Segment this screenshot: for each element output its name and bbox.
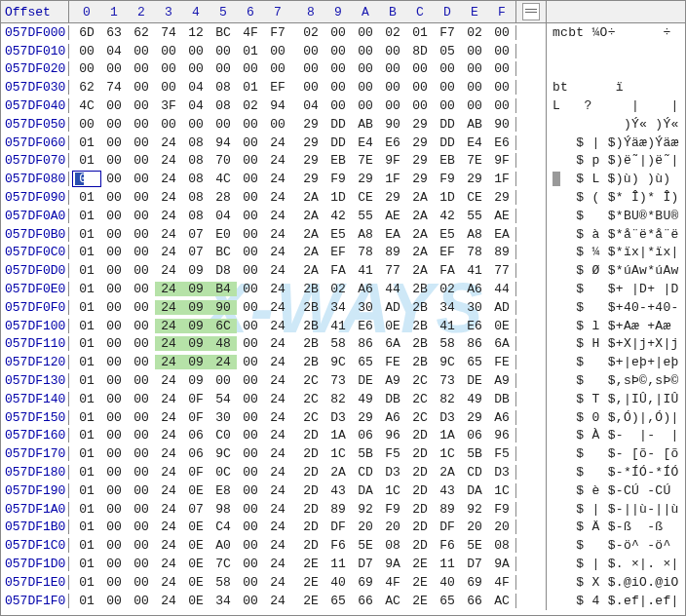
hex-byte[interactable]: 00 xyxy=(100,557,128,571)
hex-byte[interactable]: 41 xyxy=(324,319,352,333)
hex-byte[interactable]: F9 xyxy=(324,172,352,186)
hex-byte[interactable]: AC xyxy=(379,594,406,608)
hex-byte[interactable]: 00 xyxy=(237,319,264,333)
hex-byte[interactable]: 66 xyxy=(461,594,488,608)
hex-byte[interactable]: 41 xyxy=(352,263,379,278)
hex-cells[interactable]: 010000240870002429EB7E9F29EB7E9F xyxy=(69,153,516,168)
hex-byte[interactable]: 2A xyxy=(297,245,324,259)
hex-byte[interactable]: 00 xyxy=(237,153,264,168)
hex-cells[interactable]: 0100002409B400242B02A6442B02A644 xyxy=(69,282,516,296)
hex-byte[interactable]: 00 xyxy=(237,282,264,296)
hex-byte[interactable]: F9 xyxy=(379,502,406,517)
hex-byte[interactable]: 69 xyxy=(461,575,488,590)
hex-byte[interactable]: 24 xyxy=(264,465,291,480)
header-col-2[interactable]: 2 xyxy=(128,5,155,19)
hex-row[interactable]: 057DF0B00100002407E000242AE5A8EA2AE5A8EA… xyxy=(1,225,685,244)
hex-byte[interactable]: 00 xyxy=(100,336,128,351)
ascii-cell[interactable]: $ 4 $.ef|.ef| xyxy=(547,594,679,608)
hex-byte[interactable]: 86 xyxy=(461,336,488,351)
hex-cells[interactable]: 010000240E7C00242E11D79A2E11D79A xyxy=(69,557,516,571)
hex-byte[interactable]: 66 xyxy=(352,594,379,608)
hex-cells[interactable]: 0004000000000100000000008D050000 xyxy=(69,44,516,58)
hex-byte[interactable]: 74 xyxy=(100,80,128,95)
hex-byte[interactable]: 00 xyxy=(406,98,434,113)
hex-byte[interactable]: 00 xyxy=(237,538,264,553)
ascii-cell[interactable]: $ è $-CÚ -CÚ xyxy=(547,483,671,498)
hex-byte[interactable]: 00 xyxy=(434,61,461,76)
hex-byte[interactable]: 00 xyxy=(155,117,182,132)
hex-byte[interactable]: 00 xyxy=(73,44,100,58)
hex-byte[interactable]: A6 xyxy=(352,282,379,296)
offset-cell[interactable]: 057DF080 xyxy=(1,172,69,186)
hex-byte[interactable]: 08 xyxy=(182,153,210,168)
hex-byte[interactable]: 24 xyxy=(155,594,182,608)
hex-byte[interactable]: 01 xyxy=(237,80,264,95)
hex-byte[interactable]: 00 xyxy=(237,263,264,278)
hex-cells[interactable]: 010000240F3000242CD329A62CD329A6 xyxy=(69,410,516,425)
hex-byte[interactable]: 30 xyxy=(461,300,488,315)
hex-cells[interactable]: 0100002407E000242AE5A8EA2AE5A8EA xyxy=(69,227,516,242)
hex-byte[interactable]: 55 xyxy=(352,209,379,223)
hex-byte[interactable]: C4 xyxy=(210,520,237,534)
hex-byte[interactable]: 00 xyxy=(237,245,264,259)
hex-byte[interactable]: 78 xyxy=(461,245,488,259)
hex-byte[interactable]: 00 xyxy=(100,575,128,590)
hex-byte[interactable]: 00 xyxy=(128,392,155,406)
hex-byte[interactable]: 62 xyxy=(128,25,155,40)
hex-row[interactable]: 057DF1F0010000240E3400242E6566AC2E6566AC… xyxy=(1,592,685,610)
hex-byte[interactable]: 02 xyxy=(379,25,406,40)
hex-byte[interactable]: 00 xyxy=(128,61,155,76)
hex-byte[interactable]: 00 xyxy=(100,61,128,76)
hex-byte[interactable]: 00 xyxy=(237,557,264,571)
hex-byte[interactable]: 00 xyxy=(128,336,155,351)
hex-byte[interactable]: 00 xyxy=(237,227,264,242)
offset-cell[interactable]: 057DF110 xyxy=(1,336,69,351)
header-col-C[interactable]: C xyxy=(406,5,434,19)
hex-byte[interactable]: 00 xyxy=(237,355,264,369)
hex-byte[interactable]: 00 xyxy=(128,44,155,58)
hex-byte[interactable]: E6 xyxy=(352,319,379,333)
hex-byte[interactable]: 65 xyxy=(434,594,461,608)
hex-byte[interactable]: 73 xyxy=(324,373,352,388)
hex-byte[interactable]: 00 xyxy=(237,373,264,388)
offset-cell[interactable]: 057DF060 xyxy=(1,135,69,150)
hex-byte[interactable]: 06 xyxy=(461,428,488,443)
hex-row[interactable]: 057DF02000000000000000000000000000000000 xyxy=(1,60,685,79)
hex-byte[interactable]: 2E xyxy=(406,557,434,571)
hex-byte[interactable]: DD xyxy=(434,135,461,150)
hex-byte[interactable]: F7 xyxy=(434,25,461,40)
hex-byte[interactable]: 5E xyxy=(461,538,488,553)
hex-byte[interactable]: 00 xyxy=(100,263,128,278)
offset-cell[interactable]: 057DF150 xyxy=(1,410,69,425)
hex-byte[interactable]: 42 xyxy=(324,209,352,223)
hex-byte[interactable]: 00 xyxy=(128,263,155,278)
hex-byte[interactable]: 00 xyxy=(128,80,155,95)
hex-byte[interactable]: 00 xyxy=(155,44,182,58)
hex-byte[interactable]: 41 xyxy=(461,263,488,278)
hex-byte[interactable]: 00 xyxy=(128,319,155,333)
hex-byte[interactable]: 2B xyxy=(406,282,434,296)
hex-byte[interactable]: 00 xyxy=(128,575,155,590)
hex-byte[interactable]: 2B xyxy=(297,300,324,315)
hex-byte[interactable]: 9A xyxy=(379,557,406,571)
hex-byte[interactable]: 01 xyxy=(73,282,100,296)
hex-byte[interactable]: 24 xyxy=(264,153,291,168)
hex-byte[interactable]: 1A xyxy=(434,428,461,443)
hex-byte[interactable]: 2A xyxy=(406,227,434,242)
hex-byte[interactable]: 4C xyxy=(73,98,100,113)
hex-byte[interactable]: 24 xyxy=(155,355,182,369)
header-col-6[interactable]: 6 xyxy=(237,5,264,19)
offset-cell[interactable]: 057DF130 xyxy=(1,373,69,388)
hex-byte[interactable]: E4 xyxy=(352,135,379,150)
hex-byte[interactable]: 00 xyxy=(488,98,515,113)
hex-byte[interactable]: 20 xyxy=(379,520,406,534)
hex-byte[interactable]: EF xyxy=(324,245,352,259)
hex-byte[interactable]: E6 xyxy=(379,135,406,150)
hex-byte[interactable]: E5 xyxy=(434,227,461,242)
hex-byte[interactable]: 00 xyxy=(100,538,128,553)
hex-byte[interactable]: 1A xyxy=(324,428,352,443)
hex-byte[interactable]: 00 xyxy=(100,465,128,480)
ascii-cell[interactable]: $ $,sÞ©,sÞ© xyxy=(547,373,679,388)
hex-byte[interactable]: 2E xyxy=(297,557,324,571)
hex-row[interactable]: 057DF11001000024094800242B58866A2B58866A… xyxy=(1,335,685,354)
